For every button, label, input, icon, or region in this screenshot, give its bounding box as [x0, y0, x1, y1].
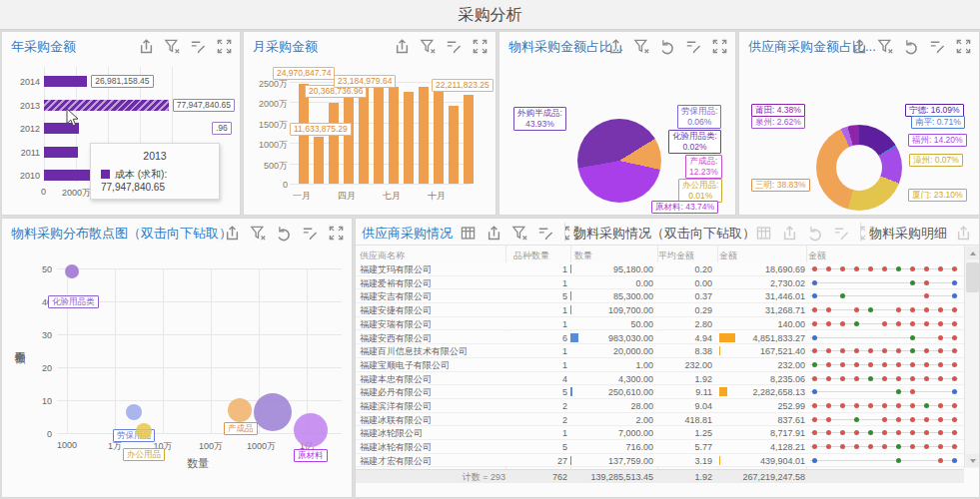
- filter-clear-icon[interactable]: [250, 225, 267, 242]
- spark-dot-r: [952, 335, 957, 340]
- edit-icon[interactable]: [302, 225, 319, 242]
- spark-dot-g: [854, 321, 859, 326]
- spark-dot-r: [826, 362, 831, 367]
- undo-icon: [807, 225, 824, 242]
- bar-2011[interactable]: [44, 147, 78, 158]
- undo-icon[interactable]: [276, 225, 293, 242]
- bar-month-12[interactable]: [464, 95, 474, 184]
- spark-dot-r: [924, 417, 929, 422]
- bar-month-3[interactable]: [329, 103, 339, 184]
- spark-dot-r: [812, 376, 817, 381]
- bar-2010[interactable]: [44, 170, 91, 181]
- table-row[interactable]: 福建才宏有限公司27137,759.003.19439,904.01: [356, 454, 964, 468]
- cell-kinds: 1: [476, 428, 567, 438]
- table-row[interactable]: 福建安吉有限公司585,300.000.3731,446.01: [356, 289, 964, 303]
- table-row[interactable]: 福建冰轮限公司17,000.001.258,717.91: [356, 426, 964, 440]
- spark-dot-r: [840, 321, 845, 326]
- bar-month-5[interactable]: [359, 84, 369, 184]
- filter-clear-icon[interactable]: [164, 38, 181, 55]
- filter-clear-icon[interactable]: [633, 38, 650, 55]
- amt-data-bar: [719, 333, 735, 342]
- cell-qty: 250,610.00: [581, 387, 653, 397]
- filter-clear-icon[interactable]: [511, 225, 528, 242]
- bar-month-7[interactable]: [389, 87, 399, 184]
- scroll-up-button[interactable]: [966, 247, 979, 259]
- bar-month-10[interactable]: [434, 86, 444, 184]
- table-row[interactable]: 福建冰轮有限公司5716.005.774,128.21: [356, 440, 964, 454]
- edit-icon[interactable]: [685, 38, 702, 55]
- bubble-产成品[interactable]: [228, 398, 252, 422]
- bar-month-6[interactable]: [374, 83, 384, 184]
- table-row[interactable]: 福建安捷有限公司1109,700.000.2931,268.71: [356, 303, 964, 317]
- cell-qty: 716.00: [581, 442, 653, 452]
- table-icon[interactable]: [460, 225, 477, 242]
- bar-month-8[interactable]: [404, 92, 414, 184]
- table-icon: [755, 225, 772, 242]
- table-row[interactable]: 福建安西有限公司6983,030.004.944,851,833.27: [356, 331, 964, 345]
- export-icon[interactable]: [859, 6, 876, 23]
- panel-month-amount: 月采购金额 0500万1000万1500万2000万2500万一月四月七月十月2…: [243, 31, 496, 216]
- bar-month-4[interactable]: [344, 91, 354, 184]
- spark-dot-r: [952, 307, 957, 312]
- amount-sparkline: [810, 414, 962, 425]
- table-row[interactable]: 福建冰联有限公司22.00418.81837.61: [356, 413, 964, 427]
- expand-icon[interactable]: [328, 225, 345, 242]
- expand-icon[interactable]: [216, 38, 233, 55]
- y-axis-tick: 0: [32, 429, 52, 439]
- table-row[interactable]: 福建滨洋有限公司228.009.04252.99: [356, 399, 964, 413]
- scroll-down-button[interactable]: [966, 454, 979, 467]
- titlebar-actions: [859, 6, 942, 23]
- undo-icon[interactable]: [903, 38, 920, 55]
- year-bar-chart: 02000万6000万201426,981,158.45201377,947,8…: [2, 59, 240, 215]
- edit-icon[interactable]: [190, 38, 207, 55]
- bar-2013[interactable]: [44, 100, 169, 111]
- expand-icon[interactable]: [955, 38, 972, 55]
- bubble-劳保用品[interactable]: [126, 404, 142, 420]
- filter-clear-icon[interactable]: [420, 38, 437, 55]
- expand-icon[interactable]: [472, 38, 489, 55]
- table-row[interactable]: 福建安瑞有限公司150.002.80140.00: [356, 317, 964, 331]
- table-row[interactable]: 福建必丹有限公司5250,610.009.112,282,658.13: [356, 385, 964, 399]
- table-row[interactable]: 福建爱裕有限公司10.000.002,730.02: [356, 276, 964, 290]
- edit-icon[interactable]: [537, 225, 554, 242]
- bar-2014[interactable]: [44, 76, 87, 87]
- donut-hole: [836, 145, 882, 191]
- bar-month-11[interactable]: [449, 106, 459, 184]
- table-scrollbar[interactable]: [964, 246, 979, 468]
- table-row[interactable]: 福建宝顺电子有限公司11.00232.00232.00: [356, 358, 964, 372]
- pie-chart[interactable]: [577, 119, 661, 203]
- spark-dot-r: [924, 266, 929, 271]
- export-icon[interactable]: [138, 38, 155, 55]
- export-icon[interactable]: [607, 38, 624, 55]
- table-row[interactable]: 福建本忠有限公司44,300.001.928,235.06: [356, 372, 964, 386]
- report-disabled-icon[interactable]: [925, 6, 942, 23]
- table-row[interactable]: 福建百川信息技术有限公司120,000.008.38167,521.40: [356, 344, 964, 358]
- bubble-原材料[interactable]: [294, 413, 328, 447]
- expand-icon[interactable]: [711, 38, 728, 55]
- export-icon[interactable]: [486, 225, 502, 242]
- table-row[interactable]: 福建艾玛有限公司195,180.000.2018,690.69: [356, 262, 964, 276]
- app-titlebar: 采购分析: [0, 0, 980, 30]
- undo-icon[interactable]: [659, 38, 676, 55]
- bubble-外购半成品[interactable]: [254, 393, 292, 431]
- bar-month-2[interactable]: [314, 137, 324, 184]
- export-icon[interactable]: [224, 225, 241, 242]
- spark-dot-g: [896, 266, 901, 271]
- scroll-thumb[interactable]: [966, 262, 979, 292]
- spark-dot-r: [910, 376, 915, 381]
- slice-label-福州: 福州: 14.20%: [908, 134, 967, 147]
- y-axis-tick: 50: [32, 264, 52, 274]
- bar-month-9[interactable]: [419, 87, 429, 184]
- bubble-化验用品类[interactable]: [65, 264, 79, 278]
- spark-dot-r: [896, 362, 901, 367]
- panel-title: 年采购金额: [11, 38, 76, 56]
- edit-icon[interactable]: [446, 38, 463, 55]
- spark-dot-b: [812, 389, 817, 394]
- spark-dot-r: [896, 430, 901, 435]
- cell-amt: 232.00: [737, 360, 805, 370]
- export-icon[interactable]: [394, 38, 411, 55]
- edit-icon[interactable]: [929, 38, 946, 55]
- filter-clear-icon[interactable]: [892, 6, 909, 23]
- export-icon[interactable]: [851, 38, 868, 55]
- filter-clear-icon[interactable]: [877, 38, 894, 55]
